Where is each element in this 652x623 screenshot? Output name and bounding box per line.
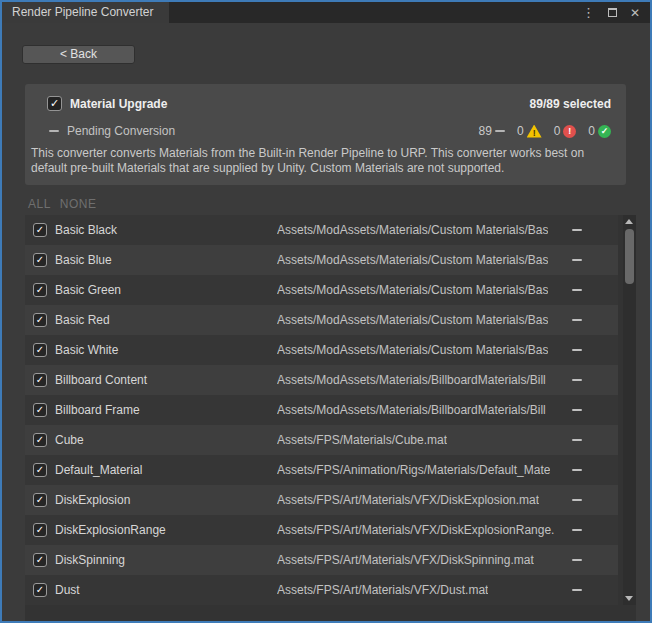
material-row[interactable]: ✓ Basic Blue Assets/ModAssets/Materials/… bbox=[25, 245, 618, 275]
material-status-minus-icon bbox=[572, 229, 582, 231]
converter-title-row: ✓ Material Upgrade 89/89 selected bbox=[47, 96, 611, 111]
material-label: Basic Red bbox=[55, 313, 110, 327]
pending-minus-icon bbox=[495, 130, 505, 132]
maximize-icon[interactable] bbox=[608, 8, 617, 17]
material-path: Assets/ModAssets/Materials/Custom Materi… bbox=[277, 313, 548, 327]
success-icon: ✓ bbox=[598, 125, 611, 138]
warning-count: 0 bbox=[517, 124, 524, 138]
close-icon[interactable]: ✕ bbox=[630, 7, 640, 19]
material-status-minus-icon bbox=[572, 559, 582, 561]
status-counts: 89 0 0 ! 0 ✓ bbox=[471, 124, 611, 138]
material-checkbox[interactable]: ✓ bbox=[33, 253, 47, 267]
material-status-minus-icon bbox=[572, 529, 582, 531]
material-path: Assets/FPS/Art/Materials/VFX/DiskExplosi… bbox=[277, 523, 554, 537]
material-checkbox[interactable]: ✓ bbox=[33, 373, 47, 387]
material-path: Assets/FPS/Art/Materials/VFX/DiskExplosi… bbox=[277, 493, 539, 507]
material-status-minus-icon bbox=[572, 409, 582, 411]
material-label: Basic Green bbox=[55, 283, 121, 297]
error-icon: ! bbox=[563, 125, 576, 138]
material-checkbox[interactable]: ✓ bbox=[33, 433, 47, 447]
scrollbar[interactable] bbox=[623, 215, 636, 605]
titlebar: Render Pipeline Converter ⋮ ✕ bbox=[2, 2, 650, 23]
window-controls: ⋮ ✕ bbox=[582, 2, 650, 23]
material-path: Assets/FPS/Materials/Cube.mat bbox=[277, 433, 447, 447]
scroll-up-icon[interactable] bbox=[625, 219, 633, 224]
material-path: Assets/ModAssets/Materials/Custom Materi… bbox=[277, 283, 548, 297]
material-status-minus-icon bbox=[572, 379, 582, 381]
material-path: Assets/FPS/Animation/Rigs/Materials/Defa… bbox=[277, 463, 550, 477]
material-checkbox[interactable]: ✓ bbox=[33, 553, 47, 567]
material-checkbox[interactable]: ✓ bbox=[33, 343, 47, 357]
material-path: Assets/ModAssets/Materials/Custom Materi… bbox=[277, 343, 548, 357]
error-count-group: 0 ! bbox=[554, 124, 577, 138]
warning-count-group: 0 bbox=[517, 124, 542, 138]
material-checkbox[interactable]: ✓ bbox=[33, 493, 47, 507]
scroll-down-icon[interactable] bbox=[625, 596, 633, 601]
material-label: Basic Black bbox=[55, 223, 117, 237]
kebab-menu-icon[interactable]: ⋮ bbox=[582, 6, 595, 19]
material-status-minus-icon bbox=[572, 469, 582, 471]
material-status-minus-icon bbox=[572, 349, 582, 351]
success-count-group: 0 ✓ bbox=[588, 124, 611, 138]
material-checkbox[interactable]: ✓ bbox=[33, 283, 47, 297]
success-count: 0 bbox=[588, 124, 595, 138]
material-checkbox[interactable]: ✓ bbox=[33, 223, 47, 237]
material-row[interactable]: ✓ Billboard Frame Assets/ModAssets/Mater… bbox=[25, 395, 618, 425]
material-label: Billboard Frame bbox=[55, 403, 140, 417]
material-label: DiskExplosion bbox=[55, 493, 130, 507]
pending-count-group: 89 bbox=[479, 124, 505, 138]
scrollbar-thumb[interactable] bbox=[625, 229, 634, 284]
material-row[interactable]: ✓ Billboard Content Assets/ModAssets/Mat… bbox=[25, 365, 618, 395]
material-status-minus-icon bbox=[572, 319, 582, 321]
tab-render-pipeline-converter[interactable]: Render Pipeline Converter bbox=[2, 2, 169, 23]
select-none-link[interactable]: NONE bbox=[60, 197, 97, 211]
materials-list: ✓ Basic Black Assets/ModAssets/Materials… bbox=[25, 215, 618, 605]
warning-icon bbox=[527, 125, 542, 138]
material-row[interactable]: ✓ DiskExplosionRange Assets/FPS/Art/Mate… bbox=[25, 515, 618, 545]
material-row[interactable]: ✓ DiskSpinning Assets/FPS/Art/Materials/… bbox=[25, 545, 618, 575]
material-row[interactable]: ✓ Basic White Assets/ModAssets/Materials… bbox=[25, 335, 618, 365]
pending-count: 89 bbox=[479, 124, 492, 138]
material-path: Assets/ModAssets/Materials/Custom Materi… bbox=[277, 253, 548, 267]
window-content: < Back ✓ Material Upgrade 89/89 selected… bbox=[2, 23, 650, 621]
material-label: Cube bbox=[55, 433, 84, 447]
converter-header-panel: ✓ Material Upgrade 89/89 selected Pendin… bbox=[25, 84, 626, 185]
material-checkbox[interactable]: ✓ bbox=[33, 463, 47, 477]
material-row[interactable]: ✓ Cube Assets/FPS/Materials/Cube.mat bbox=[25, 425, 618, 455]
material-row[interactable]: ✓ Dust Assets/FPS/Art/Materials/VFX/Dust… bbox=[25, 575, 618, 605]
material-row[interactable]: ✓ Basic Green Assets/ModAssets/Materials… bbox=[25, 275, 618, 305]
material-path: Assets/ModAssets/Materials/BillboardMate… bbox=[277, 373, 546, 387]
selection-links: ALL NONE bbox=[28, 197, 97, 211]
back-button[interactable]: < Back bbox=[22, 45, 135, 64]
material-label: DiskExplosionRange bbox=[55, 523, 166, 537]
material-path: Assets/FPS/Art/Materials/VFX/DiskSpinnin… bbox=[277, 553, 534, 567]
materials-list-region: ✓ Basic Black Assets/ModAssets/Materials… bbox=[25, 215, 636, 621]
material-label: Basic White bbox=[55, 343, 118, 357]
material-path: Assets/ModAssets/Materials/Custom Materi… bbox=[277, 223, 548, 237]
material-status-minus-icon bbox=[572, 439, 582, 441]
converter-checkbox[interactable]: ✓ bbox=[47, 96, 62, 111]
material-label: Basic Blue bbox=[55, 253, 112, 267]
material-status-minus-icon bbox=[572, 289, 582, 291]
material-status-minus-icon bbox=[572, 259, 582, 261]
converter-description: This converter converts Materials from t… bbox=[31, 146, 612, 176]
select-all-link[interactable]: ALL bbox=[28, 197, 51, 211]
material-status-minus-icon bbox=[572, 499, 582, 501]
material-row[interactable]: ✓ Basic Black Assets/ModAssets/Materials… bbox=[25, 215, 618, 245]
selected-count: 89/89 selected bbox=[530, 97, 611, 111]
material-status-minus-icon bbox=[572, 589, 582, 591]
material-row[interactable]: ✓ Default_Material Assets/FPS/Animation/… bbox=[25, 455, 618, 485]
minus-icon bbox=[49, 130, 59, 132]
pending-conversion-label: Pending Conversion bbox=[67, 124, 175, 138]
material-label: Billboard Content bbox=[55, 373, 147, 387]
material-checkbox[interactable]: ✓ bbox=[33, 583, 47, 597]
material-path: Assets/FPS/Art/Materials/VFX/Dust.mat bbox=[277, 583, 488, 597]
material-checkbox[interactable]: ✓ bbox=[33, 313, 47, 327]
material-checkbox[interactable]: ✓ bbox=[33, 523, 47, 537]
material-label: Dust bbox=[55, 583, 80, 597]
pending-conversion-row: Pending Conversion 89 0 0 ! bbox=[49, 124, 611, 138]
material-checkbox[interactable]: ✓ bbox=[33, 403, 47, 417]
material-row[interactable]: ✓ Basic Red Assets/ModAssets/Materials/C… bbox=[25, 305, 618, 335]
material-row[interactable]: ✓ DiskExplosion Assets/FPS/Art/Materials… bbox=[25, 485, 618, 515]
converter-title: Material Upgrade bbox=[70, 97, 167, 111]
